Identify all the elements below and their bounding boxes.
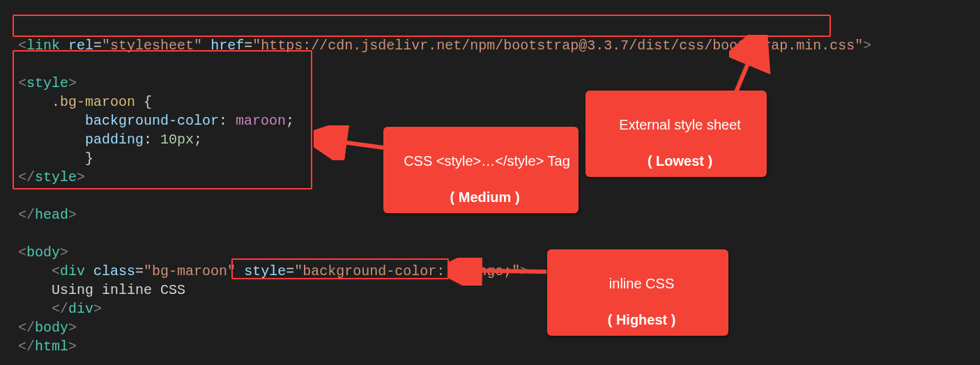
tag-name: style <box>35 169 77 185</box>
callout-style-tag: CSS <style>…</style> Tag ( Medium ) <box>383 127 579 213</box>
attr-name: rel <box>68 38 93 54</box>
css-value: 10px <box>160 132 194 148</box>
css-selector: .bg-maroon <box>52 94 135 110</box>
callout-external: External style sheet ( Lowest ) <box>585 91 767 177</box>
tag-name: body <box>26 244 60 261</box>
css-property: padding <box>85 132 144 148</box>
callout-inline: inline CSS ( Highest ) <box>547 249 728 336</box>
tag-name: body <box>35 320 68 336</box>
css-property: background-color <box>85 113 219 129</box>
attr-value: "bg-maroon" <box>144 263 236 279</box>
tag-name: div <box>68 301 93 317</box>
css-value: maroon <box>236 113 286 129</box>
tag-name: html <box>35 339 68 355</box>
tag-name: link <box>26 38 60 54</box>
callout-text: CSS <style>…</style> Tag <box>404 153 570 169</box>
callout-text: inline CSS <box>609 276 674 291</box>
callout-text: External style sheet <box>619 117 741 132</box>
attr-value: "background-color: orange;" <box>294 263 520 279</box>
tag-name: style <box>26 75 68 91</box>
tag-name: head <box>35 207 68 223</box>
callout-text-bold: ( Lowest ) <box>648 153 712 169</box>
callout-text-bold: ( Highest ) <box>608 312 676 327</box>
attr-name: style <box>244 263 286 279</box>
attr-value: "stylesheet" <box>102 38 202 54</box>
angle-bracket: < <box>18 38 26 54</box>
callout-text-bold: ( Medium ) <box>450 189 520 205</box>
attr-name: class <box>93 263 135 279</box>
text-content: Using inline CSS <box>52 282 185 298</box>
tag-name: div <box>60 263 85 279</box>
attr-name: href <box>210 38 244 54</box>
attr-value: "https://cdn.jsdelivr.net/npm/bootstrap@… <box>252 38 863 54</box>
